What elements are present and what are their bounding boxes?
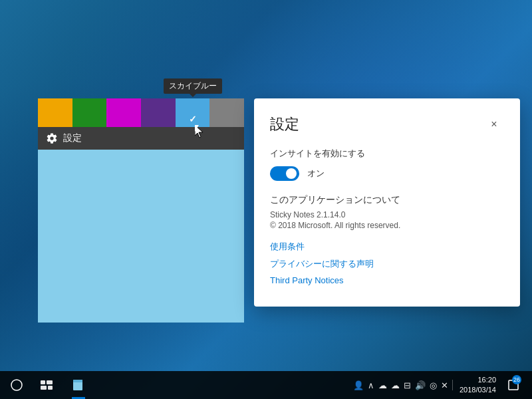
color-tooltip: スカイブルー [164,78,222,94]
close-button[interactable]: × [484,114,504,134]
insight-toggle[interactable] [270,166,299,181]
color-swatch-yellow[interactable] [38,98,72,127]
color-swatch-gray[interactable] [209,98,244,127]
network-icon[interactable]: ⊟ [404,380,411,390]
task-view-button[interactable] [31,371,63,399]
start-button[interactable] [3,371,31,399]
dialog-header: 設定 × [270,114,504,134]
clock-date: 2018/03/14 [460,385,496,395]
app-version: Sticky Notes 2.1.14.0 [270,210,504,219]
settings-bar[interactable]: 設定 [38,127,244,150]
system-clock[interactable]: 16:20 2018/03/14 [457,375,499,396]
toggle-on-label: オン [307,168,325,180]
start-icon [11,379,23,391]
tray-divider [452,380,453,390]
copyright-text: © 2018 Microsoft. All rights reserved. [270,221,504,230]
svg-rect-4 [41,386,47,390]
dialog-title: 設定 [270,114,299,134]
about-section: このアプリケーションについて Sticky Notes 2.1.14.0 © 2… [270,194,504,230]
taskbar: 👤 ∧ ☁ ☁ ⊟ 🔊 ◎ ✕ 16:20 2018/03/14 26 [0,371,532,399]
clock-time: 16:20 [477,375,496,385]
task-view-icon [40,380,53,390]
color-swatch-purple[interactable] [141,98,176,127]
svg-rect-5 [48,386,53,390]
onedrive-icon[interactable]: ☁ [378,380,387,390]
insight-section-label: インサイトを有効にする [270,148,504,160]
gear-icon [46,132,58,144]
color-swatch-pink[interactable] [106,98,141,127]
sticky-notes-taskbar-btn[interactable] [63,371,94,399]
toggle-row: オン [270,166,504,181]
svg-rect-3 [47,380,53,384]
privacy-link[interactable]: プライバシーに関する声明 [270,258,504,270]
svg-rect-2 [41,380,45,384]
color-swatch-blue[interactable]: スカイブルー [176,98,210,127]
settings-dialog: 設定 × インサイトを有効にする オン このアプリケーションについて Stick… [254,98,520,307]
color-picker-bar: スカイブルー [38,98,244,127]
color-swatch-green[interactable] [72,98,107,127]
sticky-body [38,150,244,323]
svg-rect-7 [73,380,82,382]
notification-badge: 26 [512,375,521,384]
terms-link[interactable]: 使用条件 [270,241,504,253]
close-icon[interactable]: ✕ [441,380,448,390]
system-tray: 👤 ∧ ☁ ☁ ⊟ 🔊 ◎ ✕ 16:20 2018/03/14 26 [348,371,529,399]
svg-point-1 [11,380,22,390]
settings-label: 設定 [63,132,82,144]
desktop: スカイブルー 設定 設定 × インサイトを有効にする オン このアプリケー [0,0,532,399]
cloud-icon2[interactable]: ☁ [391,380,400,390]
third-party-link[interactable]: Third Party Notices [270,275,504,285]
notification-center-button[interactable]: 26 [503,371,524,399]
about-title: このアプリケーションについて [270,194,504,206]
chevron-up-icon[interactable]: ∧ [368,380,374,390]
people-icon[interactable]: 👤 [353,380,364,390]
sticky-notes-icon [72,378,85,392]
sticky-notes-panel: スカイブルー 設定 [38,98,244,323]
location-icon[interactable]: ◎ [430,380,437,390]
volume-icon[interactable]: 🔊 [415,380,426,390]
